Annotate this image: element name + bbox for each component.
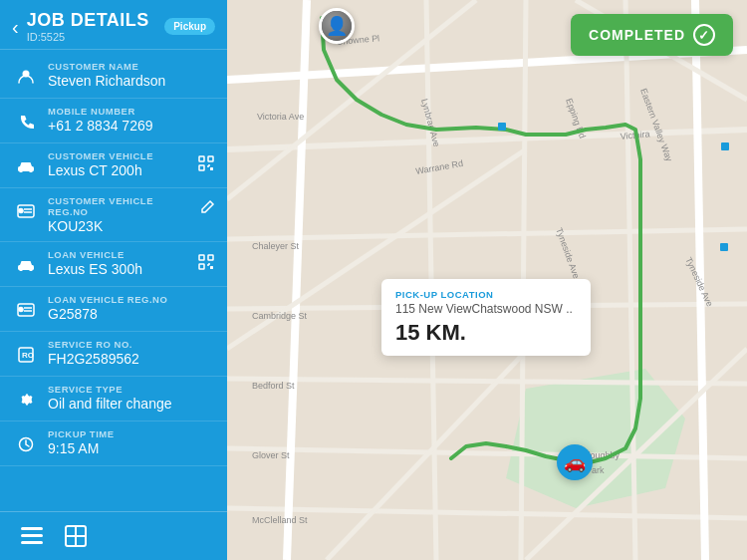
field-label: SERVICE RO NO.	[48, 339, 215, 350]
svg-rect-7	[210, 167, 213, 170]
field-value: Oil and filter change	[48, 396, 215, 412]
tooltip-distance: 15 KM.	[395, 320, 577, 346]
map-view-button[interactable]	[60, 520, 92, 552]
svg-point-13	[19, 209, 23, 213]
field-value: Lexus ES 300h	[48, 261, 189, 277]
svg-rect-20	[210, 266, 213, 269]
ro-icon: RO	[12, 341, 40, 369]
id-card-icon	[12, 197, 40, 225]
info-row: SERVICE TYPEOil and filter change	[0, 377, 227, 421]
driver-avatar: 👤	[322, 11, 352, 41]
field-value: FH2G2589562	[48, 351, 215, 367]
svg-text:McClelland St: McClelland St	[252, 515, 308, 525]
field-label: LOAN VEHICLE	[48, 249, 189, 260]
info-row: CUSTOMER VEHICLE REG.NOKOU23K	[0, 188, 227, 242]
driver-marker: 👤	[319, 8, 355, 44]
field-label: CUSTOMER NAME	[48, 61, 215, 72]
completed-label: COMPLETED	[589, 27, 685, 43]
field-label: SERVICE TYPE	[48, 384, 215, 395]
car-icon	[12, 152, 40, 180]
car-destination-icon: 🚗	[564, 451, 586, 473]
svg-rect-30	[21, 527, 43, 530]
svg-text:Glover St: Glover St	[252, 450, 290, 460]
svg-rect-4	[199, 156, 204, 161]
svg-text:Bedford St: Bedford St	[252, 381, 295, 391]
info-row: LOAN VEHICLELexus ES 300h	[0, 242, 227, 287]
field-value: +61 2 8834 7269	[48, 118, 215, 134]
tooltip-label: PICK-UP LOCATION	[395, 289, 577, 300]
svg-point-26	[19, 308, 23, 312]
svg-rect-32	[21, 541, 43, 544]
svg-rect-5	[208, 156, 213, 161]
field-value: Lexus CT 200h	[48, 162, 189, 178]
info-row: CUSTOMER VEHICLELexus CT 200h	[0, 143, 227, 188]
svg-rect-17	[199, 255, 204, 260]
car-icon	[12, 251, 40, 279]
panel-header: ‹ JOB DETAILS ID:5525 Pickup	[0, 0, 227, 50]
person-icon	[12, 63, 40, 91]
svg-marker-37	[506, 369, 685, 508]
svg-rect-6	[199, 165, 204, 170]
info-row: PICKUP TIME9:15 AM	[0, 421, 227, 466]
pickup-tooltip: PICK-UP LOCATION 115 New ViewChatswood N…	[381, 279, 591, 356]
map-area: Chowne Pl Victoria Ave Warrane Rd Warran…	[227, 0, 747, 560]
list-view-button[interactable]	[16, 520, 48, 552]
pickup-badge: Pickup	[164, 18, 215, 35]
destination-marker: 🚗	[557, 444, 593, 480]
info-row: CUSTOMER NAMESteven Richardson	[0, 54, 227, 99]
field-label: MOBILE NUMBER	[48, 106, 215, 117]
left-panel: ‹ JOB DETAILS ID:5525 Pickup CUSTOMER NA…	[0, 0, 227, 560]
phone-icon	[12, 108, 40, 136]
gear-icon	[12, 386, 40, 414]
svg-rect-18	[208, 255, 213, 260]
svg-text:Victoria Ave: Victoria Ave	[257, 112, 304, 122]
clock-icon	[12, 430, 40, 458]
scan-action-button[interactable]	[197, 154, 215, 176]
svg-text:Cambridge St: Cambridge St	[252, 311, 308, 321]
field-label: CUSTOMER VEHICLE REG.NO	[48, 195, 191, 217]
panel-bottom	[0, 511, 227, 560]
field-value: 9:15 AM	[48, 440, 215, 456]
completed-check-icon: ✓	[693, 24, 715, 46]
field-label: PICKUP TIME	[48, 428, 215, 439]
header-title-block: JOB DETAILS ID:5525	[27, 10, 149, 43]
info-row: LOAN VEHICLE REG.NOG25878	[0, 287, 227, 332]
info-row: ROSERVICE RO NO.FH2G2589562	[0, 332, 227, 377]
svg-text:RO: RO	[22, 351, 34, 360]
completed-button[interactable]: COMPLETED ✓	[571, 14, 733, 56]
svg-text:Chaleyer St: Chaleyer St	[252, 241, 300, 251]
info-rows: CUSTOMER NAMESteven RichardsonMOBILE NUM…	[0, 50, 227, 511]
field-value: G25878	[48, 306, 215, 322]
page-title: JOB DETAILS	[27, 10, 149, 31]
id-card-icon	[12, 296, 40, 324]
edit-action-button[interactable]	[199, 199, 215, 219]
tooltip-address: 115 New ViewChatswood NSW ..	[395, 302, 577, 316]
svg-rect-74	[498, 123, 506, 131]
info-row: MOBILE NUMBER+61 2 8834 7269	[0, 99, 227, 143]
back-button[interactable]: ‹	[12, 17, 19, 37]
scan-action-button[interactable]	[197, 253, 215, 275]
svg-rect-19	[199, 264, 204, 269]
svg-rect-75	[721, 142, 729, 150]
svg-rect-31	[21, 534, 43, 537]
field-value: KOU23K	[48, 218, 191, 234]
svg-rect-76	[720, 243, 728, 251]
field-label: LOAN VEHICLE REG.NO	[48, 294, 215, 305]
field-value: Steven Richardson	[48, 73, 215, 89]
field-label: CUSTOMER VEHICLE	[48, 150, 189, 161]
job-id: ID:5525	[27, 31, 149, 43]
